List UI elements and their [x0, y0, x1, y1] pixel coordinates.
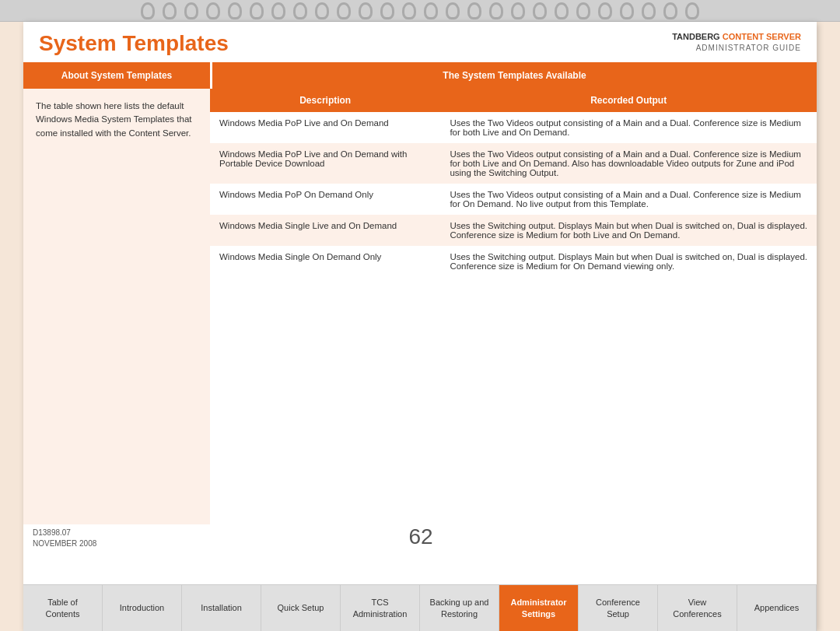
- cell-output: Uses the Two Videos output consisting of…: [440, 184, 817, 215]
- spiral-ring: [141, 2, 155, 19]
- spiral-ring: [337, 2, 351, 19]
- spiral-ring: [184, 2, 198, 19]
- cell-description: Windows Media Single Live and On Demand: [210, 215, 440, 246]
- cell-description: Windows Media PoP Live and On Demand: [210, 112, 440, 143]
- nav-item-table-of-contents[interactable]: Table of Contents: [23, 585, 103, 631]
- nav-item-tcs-administration[interactable]: TCS Administration: [341, 585, 420, 631]
- spiral-ring: [206, 2, 220, 19]
- spiral-ring: [228, 2, 242, 19]
- brand-block: TANDBERG CONTENT SERVER ADMINISTRATOR GU…: [672, 31, 801, 54]
- spiral-ring: [663, 2, 677, 19]
- template-table: Description Recorded Output Windows Medi…: [210, 89, 817, 277]
- section-header-left: About System Templates: [23, 62, 210, 89]
- table-row: Windows Media PoP On Demand OnlyUses the…: [210, 184, 817, 215]
- spiral-ring: [642, 2, 656, 19]
- nav-item-appendices[interactable]: Appendices: [737, 585, 817, 631]
- nav-item-view-conferences[interactable]: View Conferences: [658, 585, 737, 631]
- cell-description: Windows Media Single On Demand Only: [210, 246, 440, 277]
- col-description: Description: [210, 89, 440, 112]
- table-row: Windows Media Single Live and On DemandU…: [210, 215, 817, 246]
- spiral-ring: [293, 2, 307, 19]
- spiral-ring: [467, 2, 481, 19]
- brand-guide: ADMINISTRATOR GUIDE: [672, 43, 801, 54]
- spiral-ring: [359, 2, 373, 19]
- main-content: Description Recorded Output Windows Medi…: [210, 89, 817, 524]
- nav-item-admin-settings[interactable]: Administrator Settings: [499, 585, 579, 631]
- spiral-ring: [402, 2, 416, 19]
- table-row: Windows Media PoP Live and On DemandUses…: [210, 112, 817, 143]
- sidebar: The table shown here lists the default W…: [23, 89, 210, 524]
- spiral-ring: [446, 2, 460, 19]
- nav-item-conference-setup[interactable]: Conference Setup: [579, 585, 658, 631]
- spiral-ring: [620, 2, 634, 19]
- spiral-ring: [533, 2, 547, 19]
- spiral-ring: [250, 2, 264, 19]
- spiral-ring: [685, 2, 699, 19]
- footer-page-number: 62: [409, 524, 433, 549]
- nav-item-introduction[interactable]: Introduction: [103, 585, 182, 631]
- table-row: Windows Media PoP Live and On Demand wit…: [210, 143, 817, 184]
- spiral-ring: [576, 2, 590, 19]
- brand-cs: CONTENT SERVER: [723, 32, 801, 41]
- page-footer: D13898.07 NOVEMBER 2008 62: [23, 524, 817, 552]
- cell-output: Uses the Switching output. Displays Main…: [440, 246, 817, 277]
- cell-output: Uses the Two Videos output consisting of…: [440, 112, 817, 143]
- nav-item-quick-setup[interactable]: Quick Setup: [261, 585, 341, 631]
- content-area: The table shown here lists the default W…: [23, 89, 817, 524]
- page-title: System Templates: [39, 31, 229, 56]
- page-header: System Templates TANDBERG CONTENT SERVER…: [23, 22, 817, 62]
- spiral-ring: [424, 2, 438, 19]
- footer-doc: D13898.07 NOVEMBER 2008: [33, 528, 96, 549]
- spiral-ring: [271, 2, 285, 19]
- col-output: Recorded Output: [440, 89, 817, 112]
- nav-item-backing-up[interactable]: Backing up and Restoring: [420, 585, 499, 631]
- spiral-ring: [315, 2, 329, 19]
- spiral-ring: [163, 2, 177, 19]
- cell-output: Uses the Two Videos output consisting of…: [440, 143, 817, 184]
- spiral-ring: [489, 2, 503, 19]
- spiral-ring: [380, 2, 394, 19]
- spiral-binding: [0, 0, 840, 22]
- cell-description: Windows Media PoP Live and On Demand wit…: [210, 143, 440, 184]
- spiral-ring: [598, 2, 612, 19]
- spiral-ring: [511, 2, 525, 19]
- doc-number: D13898.07: [33, 528, 96, 538]
- sidebar-text: The table shown here lists the default W…: [36, 100, 198, 140]
- bottom-nav: Table of ContentsIntroductionInstallatio…: [23, 584, 817, 631]
- section-header-right: The System Templates Available: [212, 62, 817, 89]
- cell-description: Windows Media PoP On Demand Only: [210, 184, 440, 215]
- nav-item-installation[interactable]: Installation: [182, 585, 261, 631]
- table-row: Windows Media Single On Demand OnlyUses …: [210, 246, 817, 277]
- brand-tandberg: TANDBERG: [672, 32, 720, 41]
- section-header-bar: About System Templates The System Templa…: [23, 62, 817, 89]
- cell-output: Uses the Switching output. Displays Main…: [440, 215, 817, 246]
- spiral-ring: [555, 2, 569, 19]
- doc-date: NOVEMBER 2008: [33, 538, 96, 549]
